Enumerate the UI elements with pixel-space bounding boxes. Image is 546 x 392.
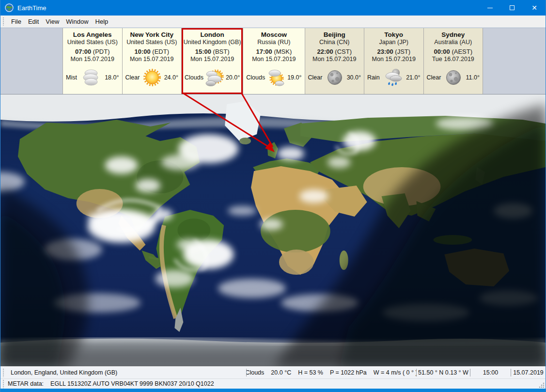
city-timezone: (MSK) — [274, 48, 292, 55]
weather-row: Mist — [63, 67, 122, 88]
weather-temperature: 19.0° — [287, 74, 301, 81]
mist-icon — [80, 67, 102, 88]
weather-icon-slot — [203, 67, 226, 88]
toolbar-gripper[interactable] — [2, 17, 5, 26]
weather-icon-slot — [382, 67, 404, 88]
city-panel-sydney[interactable]: Sydney Australia (AU) 00:00 (AEST) Tue 1… — [424, 28, 484, 94]
close-icon: ✕ — [531, 4, 537, 11]
maximize-button[interactable] — [501, 0, 523, 16]
city-timezone: (AEST) — [452, 48, 472, 55]
weather-row: Clear — [424, 67, 483, 88]
weather-row: Clouds — [182, 67, 243, 88]
statusbar-gripper[interactable] — [2, 369, 5, 377]
weather-icon-slot — [141, 67, 163, 88]
weather-row: Clouds — [243, 67, 304, 88]
city-name: Los Angeles — [73, 31, 112, 38]
menu-view[interactable]: View — [42, 16, 62, 27]
city-country: Russia (RU) — [257, 39, 290, 46]
sun-icon — [141, 67, 163, 88]
window-bottom-edge — [0, 389, 546, 392]
city-panel-beijing[interactable]: Beijing China (CN) 22:00 (CST) Mon 15.07… — [305, 28, 365, 94]
moon-icon — [443, 67, 464, 88]
weather-temperature: 24.0° — [164, 74, 178, 81]
minimize-button[interactable] — [479, 0, 501, 16]
minimize-icon — [487, 8, 493, 8]
city-time: 00:00 — [434, 48, 450, 55]
status-weather-humidity: H = 53 % — [298, 369, 323, 376]
city-time: 07:00 — [75, 48, 91, 55]
city-timezone: (JST) — [395, 48, 410, 55]
maximize-icon — [510, 5, 515, 10]
world-map[interactable] — [0, 94, 546, 366]
menu-help[interactable]: Help — [92, 16, 112, 27]
status-date: 15.07.2019 — [511, 369, 546, 376]
city-country: Australia (AU) — [434, 39, 472, 46]
status-weather: Clouds 20.0 °C H = 53 % P = 1022 hPa W =… — [247, 369, 416, 376]
city-date: Mon 15.07.2019 — [190, 56, 234, 63]
city-time: 17:00 — [256, 48, 272, 55]
city-country: Japan (JP) — [379, 39, 408, 46]
earthtime-window: EarthTime ✕ File Edit View Window Help L… — [0, 0, 546, 392]
city-date: Mon 15.07.2019 — [71, 56, 114, 63]
metar-gripper[interactable] — [2, 380, 5, 388]
weather-row: Clear — [123, 67, 182, 88]
weather-icon-slot — [80, 67, 102, 88]
city-time-row: 23:00 (JST) — [377, 48, 410, 55]
status-coordinates: 51.50 ° N 0.13 ° W — [417, 369, 470, 376]
sun-cloud-icon — [265, 67, 287, 88]
sun-clouds-icon — [204, 67, 225, 88]
city-time-row: 10:00 (EDT) — [134, 48, 169, 55]
city-panel-moscow[interactable]: Moscow Russia (RU) 17:00 (MSK) Mon 15.07… — [243, 28, 305, 94]
weather-temperature: 30.0° — [347, 74, 361, 81]
city-panel-new-york-city[interactable]: New York City United States (US) 10:00 (… — [123, 28, 182, 94]
weather-icon-slot — [265, 67, 287, 88]
status-weather-wind: W = 4 m/s ( 0 ° ) — [374, 369, 416, 376]
city-time-row: 15:00 (BST) — [195, 48, 230, 55]
city-name: New York City — [130, 31, 173, 38]
weather-icon-slot — [442, 67, 465, 88]
city-panels: Los Angeles United States (US) 07:00 (PD… — [62, 28, 483, 94]
city-date: Mon 15.07.2019 — [312, 56, 356, 63]
menu-edit[interactable]: Edit — [25, 16, 42, 27]
city-country: United States (US) — [126, 39, 177, 46]
menu-window[interactable]: Window — [62, 16, 92, 27]
city-date: Mon 15.07.2019 — [130, 56, 173, 63]
close-button[interactable]: ✕ — [523, 0, 546, 16]
city-timezone: (BST) — [213, 48, 230, 55]
weather-row: Clear — [305, 67, 364, 88]
weather-condition: Clear — [125, 74, 140, 81]
moon-icon — [324, 67, 345, 88]
statusbar: London, England, United Kingdom (GB) Clo… — [0, 366, 546, 378]
city-name: Tokyo — [384, 31, 403, 38]
weather-temperature: 20.0° — [226, 74, 240, 81]
city-timezone: (CST) — [335, 48, 352, 55]
metar-bar: METAR data: EGLL 151320Z AUTO VRB04KT 99… — [0, 378, 546, 389]
city-date: Tue 16.07.2019 — [432, 56, 474, 63]
city-time-row: 22:00 (CST) — [317, 48, 352, 55]
weather-temperature: 11.0° — [466, 74, 480, 81]
resize-grip[interactable] — [538, 382, 545, 388]
world-clocks-strip: Los Angeles United States (US) 07:00 (PD… — [0, 28, 546, 94]
city-panel-los-angeles[interactable]: Los Angeles United States (US) 07:00 (PD… — [62, 28, 123, 94]
city-time: 15:00 — [195, 48, 211, 55]
city-panel-london[interactable]: London United Kingdom (GB) 15:00 (BST) M… — [182, 28, 243, 94]
menubar: File Edit View Window Help — [0, 16, 546, 28]
window-title: EarthTime — [17, 4, 46, 12]
city-panel-tokyo[interactable]: Tokyo Japan (JP) 23:00 (JST) Mon 15.07.2… — [364, 28, 424, 94]
city-time: 23:00 — [377, 48, 393, 55]
city-date: Mon 15.07.2019 — [252, 56, 296, 63]
weather-condition: Clouds — [246, 74, 265, 81]
city-name: Moscow — [261, 31, 287, 38]
city-timezone: (EDT) — [152, 48, 169, 55]
weather-icon-slot — [324, 67, 346, 88]
status-weather-condition: Clouds — [247, 369, 264, 376]
globe-icon — [5, 3, 14, 12]
titlebar[interactable]: EarthTime ✕ — [0, 0, 546, 16]
status-weather-temperature: 20.0 °C — [271, 369, 291, 376]
city-name: Beijing — [324, 31, 345, 38]
menu-file[interactable]: File — [8, 16, 25, 27]
city-country: United States (US) — [67, 39, 118, 46]
city-time-row: 00:00 (AEST) — [434, 48, 473, 55]
weather-condition: Clouds — [185, 74, 203, 81]
weather-condition: Clear — [308, 74, 323, 81]
